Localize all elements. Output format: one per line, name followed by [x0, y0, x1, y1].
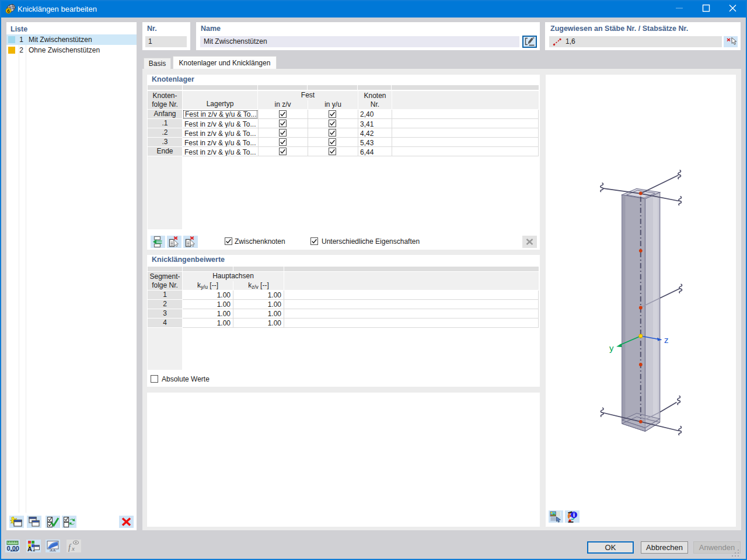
svg-text:6: 6 [7, 8, 10, 14]
svg-text:z: z [664, 335, 669, 345]
svg-text:0,00: 0,00 [7, 545, 19, 552]
svg-text:y: y [609, 343, 614, 353]
svg-text:x: x [71, 545, 75, 552]
svg-text:A: A [27, 545, 32, 552]
